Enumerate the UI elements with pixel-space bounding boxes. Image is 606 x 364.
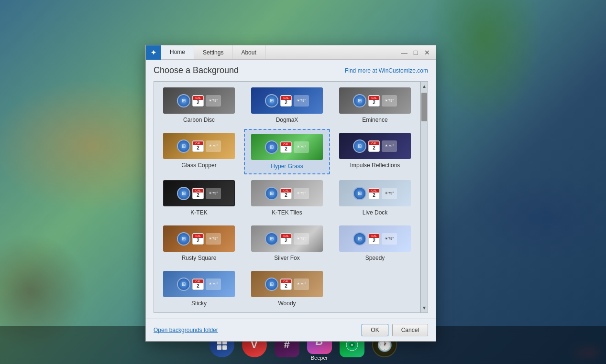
mini-cal: CAL 2 xyxy=(192,188,204,199)
mini-icon: ⊞ xyxy=(177,187,190,200)
bg-item-carbon-disc[interactable]: ⊞ CAL 2 ☀79° Carbon Disc xyxy=(156,84,242,127)
cancel-button[interactable]: Cancel xyxy=(392,324,428,336)
mini-weather: ☀79° xyxy=(294,141,309,153)
footer-buttons: OK Cancel xyxy=(362,324,428,336)
dialog-header: Choose a Background Find more at WinCust… xyxy=(154,65,428,75)
mini-cal: CAL 2 xyxy=(368,140,380,152)
mini-icon: ⊞ xyxy=(177,94,190,107)
mini-cal: CAL 2 xyxy=(192,233,204,245)
background-chooser-dialog: ✦ Home Settings About — □ ✕ Choose a Bac… xyxy=(145,45,436,342)
bg-preview-eminence: ⊞ CAL 2 ☀79° xyxy=(339,87,411,114)
bg-label-impulse-reflections: Impulse Reflections xyxy=(350,162,400,169)
scroll-up-arrow[interactable]: ▲ xyxy=(421,83,428,90)
mini-icon: ⊞ xyxy=(265,94,278,107)
bg-label-ktek-tiles: K-TEK Tiles xyxy=(272,209,302,216)
bg-label-carbon-disc: Carbon Disc xyxy=(183,117,215,123)
mini-cal: CAL 2 xyxy=(280,141,292,153)
bg-preview-speedy: ⊞ CAL 2 ☀79° xyxy=(339,225,411,252)
bg-preview-impulse-reflections: ⊞ CAL 2 ☀79° xyxy=(339,133,411,159)
mini-cal: CAL 2 xyxy=(280,188,292,199)
mini-icon: ⊞ xyxy=(353,139,366,153)
open-backgrounds-folder-link[interactable]: Open backgrounds folder xyxy=(154,327,218,333)
bg-preview-woody: ⊞ CAL 2 ☀79° xyxy=(251,271,323,297)
scroll-thumb[interactable] xyxy=(421,93,427,121)
mini-weather: ☀79° xyxy=(206,278,221,290)
mini-cal: CAL 2 xyxy=(280,95,292,107)
bg-label-speedy: Speedy xyxy=(365,255,385,261)
mini-cal: CAL 2 xyxy=(368,233,380,245)
bg-preview-glass-copper: ⊞ CAL 2 ☀79° xyxy=(163,133,235,159)
mini-icon: ⊞ xyxy=(265,140,278,154)
bg-preview-live-dock: ⊞ CAL 2 ☀79° xyxy=(339,180,411,206)
dialog-title: Choose a Background xyxy=(154,65,239,75)
bg-label-hyper-grass: Hyper Grass xyxy=(271,163,303,170)
bg-item-dogmax[interactable]: ⊞ CAL 2 ☀79° DogmaX xyxy=(244,84,330,127)
window-controls: — □ ✕ xyxy=(396,45,436,59)
bg-item-ktek[interactable]: ⊞ CAL 2 ☀79° K-TEK xyxy=(156,176,242,220)
bg-preview-sticky: ⊞ CAL 2 ☀79° xyxy=(163,271,235,297)
mini-icon: ⊞ xyxy=(353,94,366,107)
bg-item-hyper-grass[interactable]: ⊞ CAL 2 ☀79° Hyper Grass xyxy=(244,129,330,174)
bg-item-sticky[interactable]: ⊞ CAL 2 ☀79° Sticky xyxy=(156,267,242,310)
mini-weather: ☀79° xyxy=(382,140,397,152)
bg-item-rusty-square[interactable]: ⊞ CAL 2 ☀79° Rusty Square xyxy=(156,222,242,265)
bg-preview-rusty-square: ⊞ CAL 2 ☀79° xyxy=(163,225,235,252)
backgrounds-grid: ⊞ CAL 2 ☀79° Carbon Disc ⊞ xyxy=(154,81,420,313)
bg-item-glass-copper[interactable]: ⊞ CAL 2 ☀79° Glass Copper xyxy=(156,129,242,174)
bg-label-live-dock: Live Dock xyxy=(363,209,388,216)
mini-weather: ☀79° xyxy=(294,188,309,199)
bg-item-impulse-reflections[interactable]: ⊞ CAL 2 ☀79° Impulse Reflections xyxy=(332,129,418,174)
mini-cal: CAL 2 xyxy=(280,278,292,290)
beeper-label: Beeper xyxy=(311,355,328,361)
bg-item-woody[interactable]: ⊞ CAL 2 ☀79° Woody xyxy=(244,267,330,310)
mini-weather: ☀79° xyxy=(382,95,397,107)
close-button[interactable]: ✕ xyxy=(422,48,432,57)
svg-point-6 xyxy=(351,344,353,346)
bg-label-glass-copper: Glass Copper xyxy=(181,162,216,169)
mini-icon: ⊞ xyxy=(177,139,190,153)
mini-icon: ⊞ xyxy=(265,232,278,246)
scrollbar[interactable]: ▲ ▼ xyxy=(420,81,428,313)
mini-weather: ☀79° xyxy=(294,278,309,290)
mini-cal: CAL 2 xyxy=(368,95,380,107)
bg-item-speedy[interactable]: ⊞ CAL 2 ☀79° Speedy xyxy=(332,222,418,265)
mini-weather: ☀79° xyxy=(206,95,221,107)
mini-weather: ☀79° xyxy=(382,233,397,245)
bg-label-eminence: Eminence xyxy=(362,117,387,123)
mini-icon: ⊞ xyxy=(265,278,278,291)
mini-icon: ⊞ xyxy=(353,187,366,200)
minimize-button[interactable]: — xyxy=(399,48,409,57)
mini-cal: CAL 2 xyxy=(192,140,204,152)
mini-cal: CAL 2 xyxy=(368,188,380,199)
wincustomize-link[interactable]: Find more at WinCustomize.com xyxy=(345,67,428,74)
bg-item-silver-fox[interactable]: ⊞ CAL 2 ☀79° Silver Fox xyxy=(244,222,330,265)
mini-weather: ☀79° xyxy=(206,188,221,199)
mini-icon: ⊞ xyxy=(177,232,190,246)
titlebar: ✦ Home Settings About — □ ✕ xyxy=(146,45,436,60)
scroll-down-arrow[interactable]: ▼ xyxy=(421,304,428,311)
bg-item-ktek-tiles[interactable]: ⊞ CAL 2 ☀79° K-TEK Tiles xyxy=(244,176,330,220)
mini-weather: ☀79° xyxy=(294,95,309,107)
mini-icon: ⊞ xyxy=(265,187,278,200)
scroll-track xyxy=(421,90,428,304)
bg-label-dogmax: DogmaX xyxy=(276,117,298,123)
svg-rect-3 xyxy=(222,345,227,350)
mini-weather: ☀79° xyxy=(206,140,221,152)
tab-about[interactable]: About xyxy=(232,45,265,59)
bg-item-live-dock[interactable]: ⊞ CAL 2 ☀79° Live Dock xyxy=(332,176,418,220)
tab-settings[interactable]: Settings xyxy=(194,45,232,59)
bg-label-woody: Woody xyxy=(278,300,296,307)
bg-preview-ktek-tiles: ⊞ CAL 2 ☀79° xyxy=(251,180,323,206)
mini-icon: ⊞ xyxy=(177,278,190,291)
maximize-button[interactable]: □ xyxy=(411,48,420,57)
tab-home[interactable]: Home xyxy=(161,45,194,59)
bg-preview-dogmax: ⊞ CAL 2 ☀79° xyxy=(251,87,323,114)
bg-label-silver-fox: Silver Fox xyxy=(274,255,299,261)
bg-label-ktek: K-TEK xyxy=(190,209,207,216)
mini-icon: ⊞ xyxy=(353,232,366,246)
grid-container: ⊞ CAL 2 ☀79° Carbon Disc ⊞ xyxy=(154,81,428,313)
bg-label-rusty-square: Rusty Square xyxy=(182,255,217,261)
mini-cal: CAL 2 xyxy=(192,95,204,107)
ok-button[interactable]: OK xyxy=(362,324,388,336)
bg-item-eminence[interactable]: ⊞ CAL 2 ☀79° Eminence xyxy=(332,84,418,127)
